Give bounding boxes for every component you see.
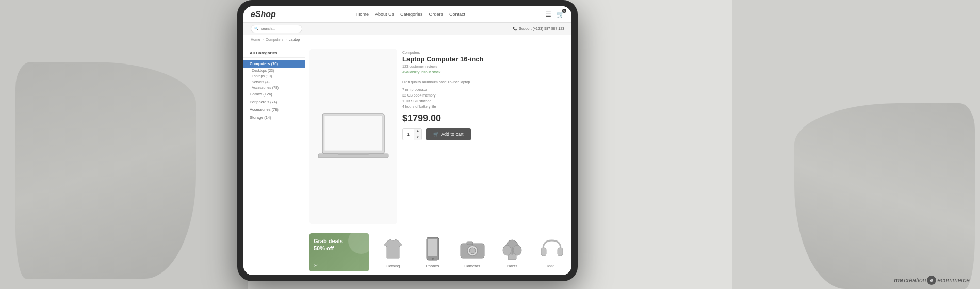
nav-about[interactable]: About Us bbox=[375, 12, 394, 17]
svg-rect-17 bbox=[558, 248, 563, 256]
category-clothing[interactable]: Clothing bbox=[373, 234, 413, 270]
product-price: $1799.00 bbox=[402, 113, 567, 124]
spec-2: 32 GB 6664 memory bbox=[402, 92, 567, 98]
svg-point-9 bbox=[469, 248, 476, 254]
cart-button-label: Add to cart bbox=[441, 132, 464, 137]
menu-icon[interactable]: ☰ bbox=[546, 11, 551, 18]
deal-banner[interactable]: Grab deals 50% off ✂ bbox=[309, 233, 369, 271]
cart-badge: 0 bbox=[562, 9, 566, 13]
svg-point-13 bbox=[503, 245, 511, 255]
availability-label: Availability: bbox=[402, 70, 420, 74]
sidebar-title: All Categories bbox=[243, 49, 305, 58]
product-image-area bbox=[309, 49, 397, 224]
sidebar-item-storage[interactable]: Storage (14) bbox=[243, 114, 305, 121]
category-strip: Clothing Phones bbox=[373, 234, 571, 270]
watermark-ecommerce: ecommerce bbox=[937, 277, 970, 284]
breadcrumb-computers[interactable]: Computers bbox=[266, 38, 283, 41]
nav-orders[interactable]: Orders bbox=[429, 12, 443, 17]
category-clothing-label: Clothing bbox=[386, 264, 400, 268]
search-input-wrap[interactable]: 🔍 bbox=[251, 25, 302, 33]
deal-title: Grab deals bbox=[314, 237, 343, 245]
sidebar-sub-servers[interactable]: Servers (4) bbox=[243, 79, 305, 85]
laptop-image bbox=[317, 111, 389, 163]
cart-icon[interactable]: 🛒 0 bbox=[557, 11, 564, 18]
category-headphones[interactable]: Head... bbox=[532, 234, 571, 270]
bottom-strip: Grab deals 50% off ✂ bbox=[305, 229, 571, 275]
category-cameras-label: Cameras bbox=[464, 264, 480, 268]
headphones-icon bbox=[539, 236, 565, 262]
product-availability: Availability: 235 in stock bbox=[402, 70, 567, 74]
site-header: eShop Home About Us Categories Orders Co… bbox=[243, 6, 571, 23]
breadcrumb-home[interactable]: Home bbox=[251, 38, 260, 41]
quantity-arrows: ▲ ▼ bbox=[414, 128, 421, 140]
plants-icon bbox=[499, 236, 525, 262]
sidebar-sub-accessories[interactable]: Accessories (78) bbox=[243, 85, 305, 90]
svg-rect-3 bbox=[338, 153, 369, 155]
svg-rect-5 bbox=[428, 239, 437, 256]
watermark-ma: ma bbox=[894, 277, 903, 284]
category-cameras[interactable]: Cameras bbox=[452, 234, 492, 270]
quantity-down[interactable]: ▼ bbox=[414, 134, 421, 140]
sidebar-item-accessories2[interactable]: Accessories (78) bbox=[243, 106, 305, 114]
breadcrumb: Home › Computers › Laptop bbox=[243, 35, 571, 44]
category-plants-label: Plants bbox=[507, 264, 517, 268]
category-phones[interactable]: Phones bbox=[413, 234, 452, 270]
breadcrumb-sep-2: › bbox=[285, 38, 286, 41]
tablet-frame: eShop Home About Us Categories Orders Co… bbox=[237, 0, 578, 281]
watermark: ma création e ecommerce bbox=[894, 276, 970, 285]
sidebar: All Categories Computers (76) Desktops (… bbox=[243, 44, 305, 275]
search-bar: 🔍 📞 Support (+123) 987 987 123 bbox=[243, 23, 571, 35]
hand-left-decoration bbox=[15, 62, 196, 279]
clothing-icon bbox=[380, 236, 406, 262]
nav-categories[interactable]: Categories bbox=[400, 12, 423, 17]
product-details: Computers Laptop Computer 16-inch 123 cu… bbox=[402, 49, 567, 224]
availability-value: 235 in stock bbox=[421, 70, 440, 74]
nav-contact[interactable]: Contact bbox=[449, 12, 465, 17]
nav-home[interactable]: Home bbox=[356, 12, 369, 17]
product-top: Computers Laptop Computer 16-inch 123 cu… bbox=[305, 44, 571, 229]
watermark-creation: création bbox=[904, 277, 926, 284]
sidebar-sub-desktops[interactable]: Desktops (23) bbox=[243, 68, 305, 73]
hand-right-decoration bbox=[794, 103, 975, 289]
svg-rect-1 bbox=[324, 116, 382, 151]
tablet-screen: eShop Home About Us Categories Orders Co… bbox=[243, 6, 571, 275]
add-to-cart-button[interactable]: 🛒 Add to cart bbox=[426, 128, 471, 140]
phone-icon: 📞 bbox=[513, 27, 517, 31]
svg-point-14 bbox=[513, 245, 521, 255]
deal-decoration bbox=[348, 233, 369, 254]
spec-1: 7 nm processor bbox=[402, 87, 567, 92]
spec-4: 4 hours of battery life bbox=[402, 104, 567, 109]
sidebar-item-computers[interactable]: Computers (76) bbox=[243, 60, 305, 68]
cart-button-icon: 🛒 bbox=[433, 132, 439, 137]
search-icon: 🔍 bbox=[254, 27, 259, 31]
product-divider bbox=[402, 76, 567, 76]
quantity-up[interactable]: ▲ bbox=[414, 128, 421, 134]
search-input[interactable] bbox=[261, 27, 297, 30]
spec-3: 1 TB SSD storage bbox=[402, 98, 567, 104]
product-reviews: 123 customer reviews bbox=[402, 65, 567, 68]
category-plants[interactable]: Plants bbox=[492, 234, 532, 270]
watermark-icon: e bbox=[927, 276, 936, 285]
product-specs: 7 nm processor 32 GB 6664 memory 1 TB SS… bbox=[402, 87, 567, 110]
category-headphones-label: Head... bbox=[545, 264, 558, 268]
product-title: Laptop Computer 16-inch bbox=[402, 55, 567, 63]
header-right: ☰ 🛒 0 bbox=[546, 11, 564, 18]
svg-rect-10 bbox=[467, 242, 473, 245]
quantity-value: 1 bbox=[403, 132, 414, 137]
cameras-icon bbox=[460, 236, 485, 262]
main-nav: Home About Us Categories Orders Contact bbox=[356, 12, 465, 17]
category-phones-label: Phones bbox=[426, 264, 439, 268]
product-category: Computers bbox=[402, 51, 567, 54]
product-actions: 1 ▲ ▼ 🛒 Add to cart bbox=[402, 128, 567, 140]
deal-text: Grab deals 50% off bbox=[314, 237, 343, 252]
main-content: All Categories Computers (76) Desktops (… bbox=[243, 44, 571, 275]
svg-rect-16 bbox=[541, 248, 546, 256]
sidebar-item-peripherals[interactable]: Peripherals (74) bbox=[243, 98, 305, 106]
sidebar-sub-laptops[interactable]: Laptops (19) bbox=[243, 73, 305, 79]
product-area: Computers Laptop Computer 16-inch 123 cu… bbox=[305, 44, 571, 275]
sidebar-item-games[interactable]: Games (124) bbox=[243, 90, 305, 98]
quantity-control: 1 ▲ ▼ bbox=[402, 128, 422, 140]
deal-discount: 50% off bbox=[314, 245, 343, 252]
scissors-icon: ✂ bbox=[314, 263, 318, 268]
site-logo: eShop bbox=[251, 10, 276, 19]
